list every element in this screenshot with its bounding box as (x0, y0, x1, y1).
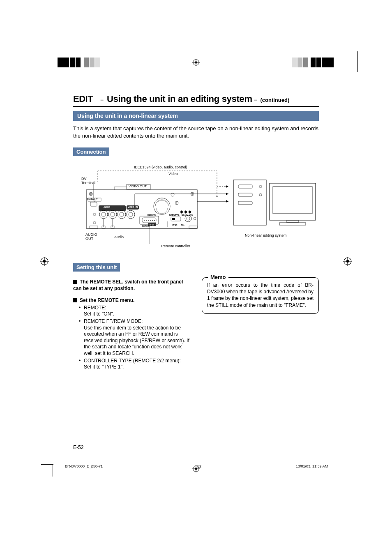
section-header-setting: Setting this unit (73, 263, 120, 272)
section-header-nonlinear: Using the unit in a non-linear system (73, 111, 319, 121)
svg-rect-89 (279, 223, 306, 225)
diagram-label-audio-out: AUDIO OUT (85, 233, 102, 241)
left-column: The REMOTE SEL. switch on the front pane… (73, 276, 190, 371)
svg-point-59 (187, 217, 190, 220)
svg-point-30 (108, 210, 117, 219)
registration-mark-bottom (192, 465, 200, 472)
svg-rect-62 (189, 226, 197, 228)
diagram-label-ntsc: NTSC (172, 224, 178, 226)
bullet1-desc: Set it to "ON". (84, 311, 114, 317)
svg-rect-81 (238, 185, 252, 188)
svg-point-50 (146, 220, 147, 221)
svg-rect-86 (270, 183, 316, 220)
svg-point-38 (93, 221, 96, 224)
svg-point-84 (259, 185, 262, 188)
svg-marker-64 (184, 210, 187, 214)
set-remote-menu-text: Set the REMOTE menu. (80, 297, 134, 303)
diagram-label-dv-terminal: DV Terminal (81, 177, 99, 185)
crop-marks-bottom (0, 460, 392, 481)
svg-marker-63 (180, 210, 183, 214)
title-subtitle: Using the unit in an editing system (107, 94, 252, 104)
title-edit: EDIT (73, 94, 93, 104)
bullet3-title: CONTROLLER TYPE (REMOTE 2/2 menu): (84, 358, 181, 364)
title-continued: (continued) (260, 97, 289, 103)
connection-diagram: IEEE1394 (video, audio, control) Video D… (73, 162, 319, 252)
right-column: Memo If an error occurs to the time code… (202, 276, 319, 371)
svg-point-31 (111, 212, 115, 216)
title-dash2: – (254, 97, 257, 103)
bullet2-title: REMOTE FF/REW MODE: (84, 318, 143, 324)
svg-point-19 (171, 193, 174, 196)
page-number: E-52 (73, 444, 83, 450)
svg-rect-87 (273, 187, 312, 214)
svg-point-53 (152, 220, 153, 221)
svg-point-35 (129, 212, 133, 216)
bullet1-title: REMOTE: (84, 305, 106, 311)
svg-point-33 (120, 212, 124, 216)
diagram-label-video-out: VIDEO OUT (129, 184, 147, 188)
square-bullet-icon (73, 280, 77, 284)
svg-point-49 (144, 220, 145, 221)
diagram-label-ieee: IEEE1394 (video, audio, control) (134, 165, 187, 169)
diagram-label-in-sm: IN (136, 206, 138, 208)
diagram-label-remote-sm: REMOTE (148, 214, 156, 216)
memo-box: Memo If an error occurs to the time code… (202, 277, 319, 314)
section-body-nonlinear: This is a system that captures the conte… (73, 125, 319, 139)
section-header-connection: Connection (73, 147, 109, 156)
svg-rect-88 (287, 220, 298, 223)
page-title-row: EDIT – Using the unit in an editing syst… (73, 94, 319, 107)
svg-rect-82 (238, 193, 252, 196)
crop-marks-top (0, 58, 392, 78)
svg-rect-61 (90, 226, 98, 228)
title-dash1: – (100, 97, 104, 103)
svg-point-29 (101, 212, 106, 216)
diagram-label-ntscpal: NTSC/PAL (169, 214, 180, 216)
bullet2-desc: Use this menu item to select the action … (84, 325, 189, 356)
svg-point-43 (154, 198, 170, 214)
remote-sel-text: The REMOTE SEL. switch on the front pane… (73, 279, 183, 291)
svg-point-34 (127, 210, 135, 219)
diagram-label-video-sm: VIDEO (128, 206, 134, 208)
diagram-label-dc12v: DC12V–20V (182, 214, 193, 216)
memo-text: If an error occurs to the time code of B… (207, 282, 314, 309)
svg-point-60 (194, 217, 196, 220)
svg-point-37 (93, 213, 96, 216)
registration-mark-right (343, 257, 352, 266)
svg-marker-72 (226, 193, 228, 195)
svg-rect-57 (172, 218, 175, 220)
diagram-label-pal: PAL (181, 224, 185, 226)
svg-point-51 (148, 220, 149, 221)
diagram-label-9pin: 9PIN (150, 223, 154, 226)
svg-point-58 (185, 215, 191, 222)
svg-point-32 (118, 210, 126, 219)
bullet3-desc: Set it to "TYPE 1". (84, 364, 124, 370)
square-bullet-icon (73, 298, 77, 302)
columns: The REMOTE SEL. switch on the front pane… (73, 276, 319, 371)
memo-title: Memo (208, 274, 228, 281)
svg-point-85 (259, 193, 262, 196)
diagram-label-serial: SERIAL (142, 225, 150, 227)
diagram-label-remote-controller: Remote controller (161, 244, 190, 248)
diagram-label-audio: Audio (114, 235, 124, 239)
diagram-label-video: Video (168, 172, 178, 176)
diagram-label-audio-sm: AUDIO (104, 206, 110, 208)
svg-point-54 (154, 220, 155, 221)
svg-marker-12 (226, 185, 228, 188)
svg-marker-79 (226, 200, 228, 203)
diagram-label-nonlinear: Non-linear editing system (245, 233, 287, 237)
diagram-label-dv-inout: DV IN/OUT (87, 198, 97, 200)
svg-point-28 (99, 210, 108, 219)
page-content: EDIT – Using the unit in an editing syst… (73, 94, 319, 371)
svg-point-52 (150, 220, 151, 221)
svg-rect-25 (90, 202, 97, 206)
svg-marker-65 (188, 210, 191, 214)
registration-mark-left (40, 257, 49, 266)
registration-mark-top (192, 59, 200, 66)
svg-rect-83 (238, 201, 252, 205)
